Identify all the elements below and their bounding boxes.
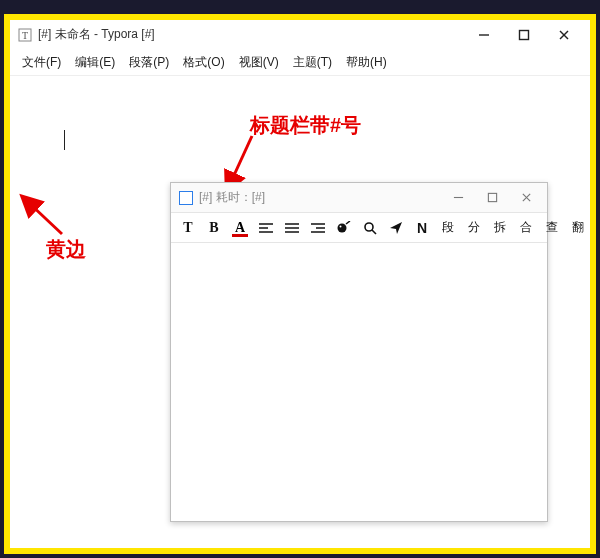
svg-line-6 [230,136,252,184]
toolbar-send-icon[interactable] [387,218,405,238]
main-titlebar: T [#] 未命名 - Typora [#] [10,20,590,50]
menu-paragraph[interactable]: 段落(P) [127,52,171,73]
secondary-window: [#] 耗时：[#] T B A [170,182,548,522]
toolbar-align-left-icon[interactable] [257,218,275,238]
close-button[interactable] [544,21,584,49]
secondary-minimize-button[interactable] [441,185,475,211]
svg-line-7 [28,202,62,234]
menu-help[interactable]: 帮助(H) [344,52,389,73]
toolbar-cn-find[interactable]: 查 [543,218,561,238]
editor-area[interactable]: 标题栏带#号 黄边 [#] 耗时：[#] [10,76,590,548]
annotation-titlebar-hash: 标题栏带#号 [250,112,361,139]
toolbar-search-icon[interactable] [361,218,379,238]
svg-point-23 [365,223,373,231]
secondary-titlebar: [#] 耗时：[#] [171,183,547,213]
toolbar-cn-break[interactable]: 拆 [491,218,509,238]
svg-rect-9 [488,193,496,201]
svg-line-24 [372,230,376,234]
toolbar-align-right-icon[interactable] [309,218,327,238]
toolbar-cn-split[interactable]: 分 [465,218,483,238]
secondary-close-button[interactable] [509,185,543,211]
toolbar-text-t[interactable]: T [179,218,197,238]
menu-theme[interactable]: 主题(T) [291,52,334,73]
toolbar-n[interactable]: N [413,218,431,238]
menu-file[interactable]: 文件(F) [20,52,63,73]
secondary-toolbar: T B A [171,213,547,243]
toolbar-cn-paragraph[interactable]: 段 [439,218,457,238]
annotation-arrow-yellow-edge [22,194,72,248]
menu-view[interactable]: 视图(V) [237,52,281,73]
secondary-app-icon [179,191,193,205]
minimize-button[interactable] [464,21,504,49]
svg-text:T: T [22,30,28,41]
toolbar-font-color-a[interactable]: A [231,218,249,238]
menu-edit[interactable]: 编辑(E) [73,52,117,73]
svg-point-22 [340,225,342,227]
text-caret [64,130,65,150]
svg-point-21 [338,223,347,232]
toolbar-cn-merge[interactable]: 合 [517,218,535,238]
maximize-button[interactable] [504,21,544,49]
svg-rect-3 [520,30,529,39]
annotation-yellow-edge: 黄边 [46,236,86,263]
toolbar-cn-translate[interactable]: 翻 [569,218,587,238]
toolbar-align-justify-icon[interactable] [283,218,301,238]
toolbar-bold-b[interactable]: B [205,218,223,238]
secondary-maximize-button[interactable] [475,185,509,211]
menu-format[interactable]: 格式(O) [181,52,226,73]
typora-window-frame: T [#] 未命名 - Typora [#] 文件(F) 编辑(E) 段落(P)… [4,14,596,554]
app-icon: T [18,28,32,42]
menubar: 文件(F) 编辑(E) 段落(P) 格式(O) 视图(V) 主题(T) 帮助(H… [10,50,590,76]
main-window-title: [#] 未命名 - Typora [#] [38,26,155,43]
secondary-window-title: [#] 耗时：[#] [199,189,265,206]
secondary-editor-area[interactable] [171,243,547,521]
toolbar-paint-icon[interactable] [335,218,353,238]
